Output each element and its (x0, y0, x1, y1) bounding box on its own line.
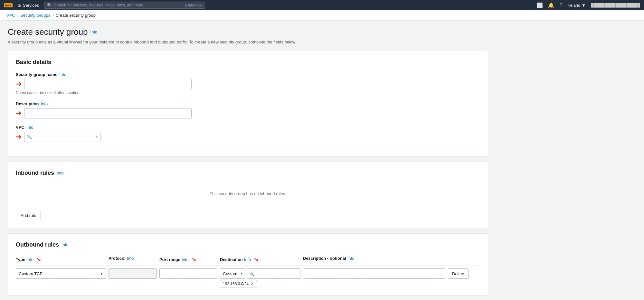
cidr-tags: 192.168.0.0/24 ✕ (220, 280, 300, 287)
port-range-input[interactable]: 5432 (159, 268, 217, 279)
col-port-range: Port range Info ↘ (159, 256, 217, 263)
outbound-rules-columns: Type Info ↘ Protocol Info Port range Inf… (16, 253, 480, 266)
type-select-wrapper: Custom TCP ▼ (16, 268, 106, 279)
protocol-input: TCP (109, 268, 157, 279)
cidr-value: 192.168.0.0/24 (223, 282, 249, 286)
vpc-label: VPC Info (16, 125, 480, 130)
search-icon: 🔍 (47, 3, 52, 8)
page-content: Create security group Info A security gr… (0, 21, 496, 300)
inbound-rules-card: Inbound rules Info This security group h… (8, 162, 488, 228)
port-arrow: ↘ (191, 256, 196, 263)
vpc-input[interactable]: vpc-████████████████ (24, 132, 100, 142)
outbound-description-input[interactable] (303, 268, 445, 279)
type-select[interactable]: Custom TCP (16, 268, 106, 279)
sg-name-label: Security group name Info (16, 72, 480, 77)
col-port-info[interactable]: Info (182, 257, 189, 262)
description-field (303, 268, 445, 279)
cidr-remove-button[interactable]: ✕ (251, 281, 254, 286)
delete-cell: Delete (448, 268, 480, 279)
breadcrumb: VPC › Security Groups › Create security … (0, 10, 644, 21)
vpc-search-icon: 🔍 (27, 135, 32, 139)
destination-row: Custom ▼ 🔍 (220, 268, 300, 279)
dest-search-icon: 🔍 (249, 271, 254, 276)
page-title: Create security group (8, 27, 88, 37)
outbound-rules-info-link[interactable]: Info (62, 242, 69, 247)
description-label: Description Info (16, 101, 480, 106)
col-destination: Destination Info ↘ (220, 256, 300, 263)
dest-type-wrapper: Custom ▼ (220, 268, 245, 279)
description-arrow: ➜ (16, 109, 22, 117)
description-group: Description Info ➜ Allow traffic to Time… (16, 101, 480, 118)
sg-name-hint: Name cannot be edited after creation. (16, 90, 480, 95)
col-type-info[interactable]: Info (26, 257, 33, 262)
col-type: Type Info ↘ (16, 256, 106, 263)
services-label: Services (23, 3, 39, 8)
services-menu[interactable]: ⊞ Services (18, 3, 39, 8)
monitor-icon[interactable]: ⬜ (536, 2, 543, 8)
col-desc-info[interactable]: Info (347, 256, 355, 261)
type-arrow: ↘ (36, 256, 41, 263)
delete-rule-button[interactable]: Delete (448, 268, 469, 279)
sg-name-arrow: ➜ (16, 80, 22, 88)
aws-logo[interactable]: aws (4, 3, 13, 7)
breadcrumb-current: Create security group (56, 13, 96, 18)
dest-arrow: ↘ (253, 256, 258, 263)
col-protocol-info[interactable]: Info (127, 256, 134, 261)
breadcrumb-sep-2: › (52, 13, 53, 18)
help-icon[interactable]: ? (560, 2, 563, 8)
cidr-tag: 192.168.0.0/24 ✕ (220, 280, 257, 287)
col-dest-info[interactable]: Info (244, 257, 251, 262)
col-protocol: Protocol Info (109, 256, 157, 261)
page-title-row: Create security group Info (8, 27, 488, 37)
add-rule-button[interactable]: Add rule (16, 211, 41, 220)
destination-field: Custom ▼ 🔍 192.168.0.0/24 ✕ (220, 268, 300, 287)
breadcrumb-vpc[interactable]: VPC (6, 13, 15, 18)
page-info-link[interactable]: Info (90, 30, 98, 34)
vpc-arrow: ➜ (16, 133, 22, 141)
col-description: Description - optional Info (303, 256, 445, 261)
outbound-rules-card: Outbound rules Info Type Info ↘ Protocol… (8, 233, 488, 295)
aws-logo-text: aws (4, 3, 13, 7)
basic-details-title: Basic details (16, 59, 480, 66)
breadcrumb-security-groups[interactable]: Security Groups (20, 13, 50, 18)
breadcrumb-sep-1: › (17, 13, 18, 18)
protocol-field: TCP (109, 268, 157, 279)
top-navigation: aws ⊞ Services 🔍 [Option+S] ⬜ 🔔 ? Irelan… (0, 0, 644, 10)
description-info-link[interactable]: Info (41, 101, 48, 106)
dest-search-input[interactable] (247, 268, 300, 279)
search-shortcut: [Option+S] (185, 3, 202, 7)
sg-name-info-link[interactable]: Info (59, 72, 66, 77)
sg-name-input[interactable]: jm-██████████-sg (24, 79, 192, 89)
outbound-rule-row: Custom TCP ▼ TCP 5432 Custom (16, 268, 480, 287)
nav-right: ⬜ 🔔 ? Ireland ▼ ██████████████████ (536, 2, 640, 8)
dest-type-select[interactable]: Custom (220, 268, 245, 279)
region-selector[interactable]: Ireland ▼ (568, 3, 586, 8)
sg-name-group: Security group name Info ➜ jm-██████████… (16, 72, 480, 95)
vpc-clear-button[interactable]: × (95, 134, 98, 139)
vpc-group: VPC Info ➜ 🔍 vpc-████████████████ × (16, 125, 480, 142)
vpc-info-link[interactable]: Info (26, 125, 33, 130)
vpc-input-wrapper: 🔍 vpc-████████████████ × (24, 132, 100, 142)
dest-search-wrapper: 🔍 (247, 268, 300, 279)
grid-icon: ⊞ (18, 3, 22, 8)
account-info[interactable]: ██████████████████ (591, 3, 640, 7)
inbound-rules-title: Inbound rules (16, 170, 54, 176)
basic-details-card: Basic details Security group name Info ➜… (8, 51, 488, 156)
search-bar[interactable]: 🔍 [Option+S] (44, 2, 205, 9)
outbound-rules-title: Outbound rules (16, 241, 59, 248)
inbound-rules-info-link[interactable]: Info (57, 171, 64, 175)
description-input[interactable]: Allow traffic to Timescale VPC network (24, 108, 192, 118)
page-description: A security group acts as a virtual firew… (8, 40, 488, 44)
search-input[interactable] (54, 3, 184, 7)
inbound-rules-empty: This security group has no inbound rules… (16, 182, 480, 206)
port-range-field: 5432 (159, 268, 217, 279)
bell-icon[interactable]: 🔔 (548, 2, 554, 8)
